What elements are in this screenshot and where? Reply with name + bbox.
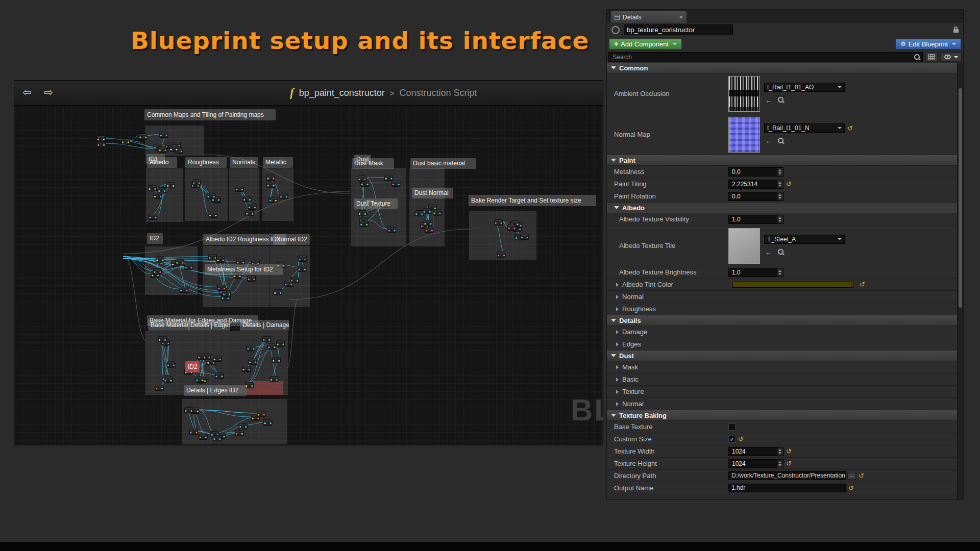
node-pin[interactable] [97, 139, 99, 140]
node-pin[interactable] [242, 262, 244, 263]
node-pin[interactable] [158, 190, 160, 192]
use-selected-asset-icon[interactable]: ← [765, 137, 772, 145]
node-pin[interactable] [364, 213, 366, 215]
node-pin[interactable] [159, 149, 161, 151]
node-pin[interactable] [161, 388, 163, 389]
comment-metalness-setup-for-id2[interactable]: Metalness Setup for ID2 [205, 264, 283, 275]
graph-canvas[interactable]: Common Maps and Tiling of Painting mapsI… [14, 106, 603, 445]
node-pin[interactable] [179, 145, 180, 146]
back-arrow-icon[interactable]: ⇦ [22, 86, 32, 98]
number-value[interactable]: 0.0 [729, 168, 777, 176]
node-pin[interactable] [219, 438, 220, 440]
node-pin[interactable] [388, 230, 390, 231]
node-pin[interactable] [167, 342, 169, 344]
node-pin[interactable] [157, 274, 159, 276]
node-pin[interactable] [154, 271, 155, 273]
node-pin[interactable] [228, 297, 229, 299]
section-header-texture-baking[interactable]: Texture Baking [607, 410, 958, 421]
node-pin[interactable] [280, 292, 281, 294]
number-value[interactable]: 1.0 [729, 216, 777, 223]
node-pin[interactable] [434, 208, 436, 209]
node-pin[interactable] [209, 357, 210, 358]
comment-roughness[interactable]: Roughness [185, 157, 227, 168]
node-pin[interactable] [248, 279, 249, 280]
node-pin[interactable] [423, 211, 425, 213]
node-pin[interactable] [215, 215, 216, 216]
node-pin[interactable] [162, 342, 163, 344]
checkbox[interactable] [728, 423, 736, 431]
node-pin[interactable] [167, 364, 169, 366]
node-pin[interactable] [268, 339, 270, 341]
node-pin[interactable] [249, 207, 250, 208]
node-pin[interactable] [239, 426, 241, 428]
node-pin[interactable] [271, 379, 272, 381]
node-pin[interactable] [223, 436, 225, 437]
node-pin[interactable] [149, 188, 150, 190]
property-row-roughness[interactable]: Roughness [607, 303, 958, 315]
texture-thumbnail[interactable] [728, 117, 760, 153]
number-input[interactable]: 1024 [728, 447, 783, 456]
node-pin[interactable] [264, 422, 266, 424]
comment-id2[interactable]: ID2 [147, 233, 163, 244]
node-pin[interactable] [159, 339, 160, 341]
asset-select-dropdown[interactable]: T_Steel_A [764, 235, 845, 244]
node-pin[interactable] [221, 375, 223, 377]
node-pin[interactable] [166, 135, 167, 136]
number-input[interactable]: 1.0 [728, 268, 783, 277]
expand-arrow-icon[interactable] [616, 283, 619, 287]
expand-arrow-icon[interactable] [616, 378, 619, 382]
node-pin[interactable] [103, 139, 105, 140]
node-pin[interactable] [165, 149, 166, 151]
node-pin[interactable] [415, 213, 417, 215]
node-pin[interactable] [213, 196, 214, 197]
text-input[interactable]: D:/work/Texture_Constructor/Presentation [728, 471, 846, 480]
node-pin[interactable] [207, 196, 209, 197]
node-pin[interactable] [211, 434, 213, 436]
node-pin[interactable] [197, 411, 199, 412]
use-selected-asset-icon[interactable]: ← [765, 96, 772, 104]
node-pin[interactable] [391, 178, 393, 180]
comment-common-maps-and-tiling-of-painting-maps[interactable]: Common Maps and Tiling of Painting maps [144, 109, 276, 120]
comment-normals[interactable]: Normals [230, 157, 258, 168]
reset-to-default-icon[interactable]: ↺ [738, 435, 744, 443]
node-pin[interactable] [219, 359, 221, 360]
reset-to-default-icon[interactable]: ↺ [848, 484, 854, 492]
spinner-icon[interactable] [777, 215, 783, 223]
node-pin[interactable] [196, 380, 198, 381]
node-pin[interactable] [103, 144, 105, 146]
node-pin[interactable] [253, 348, 254, 349]
node-pin[interactable] [162, 260, 163, 261]
node-group[interactable] [270, 246, 310, 307]
section-header-dust[interactable]: Dust [607, 350, 958, 361]
node-pin[interactable] [173, 185, 174, 187]
details-scrollbar[interactable] [957, 63, 963, 499]
node-pin[interactable] [258, 417, 259, 419]
comment-base-material[interactable]: Base Material [148, 320, 190, 331]
node-pin[interactable] [212, 199, 214, 201]
node-pin[interactable] [278, 360, 280, 362]
expand-arrow-icon[interactable] [616, 342, 619, 346]
node-pin[interactable] [229, 293, 230, 295]
node-pin[interactable] [367, 184, 369, 185]
node-pin[interactable] [180, 290, 182, 291]
node-pin[interactable] [164, 339, 166, 341]
node-pin[interactable] [299, 269, 300, 270]
node-pin[interactable] [424, 223, 426, 224]
breadcrumb-blueprint-name[interactable]: bp_paint_constructor [299, 88, 385, 98]
node-pin[interactable] [433, 212, 435, 214]
node-pin[interactable] [222, 297, 224, 299]
node-pin[interactable] [267, 185, 269, 186]
node-pin[interactable] [170, 149, 172, 151]
node-pin[interactable] [519, 229, 521, 230]
node-pin[interactable] [263, 339, 264, 341]
node-pin[interactable] [398, 184, 400, 185]
node-pin[interactable] [305, 259, 306, 260]
node-pin[interactable] [155, 217, 157, 218]
property-row-basic[interactable]: Basic [607, 373, 958, 386]
node-pin[interactable] [204, 357, 205, 358]
node-pin[interactable] [393, 184, 394, 185]
node-pin[interactable] [508, 228, 509, 229]
node-pin[interactable] [236, 189, 237, 190]
asset-select-dropdown[interactable]: t_Rail_t1_01_N [764, 123, 845, 133]
comment-metallic[interactable]: Metallic [263, 157, 293, 168]
